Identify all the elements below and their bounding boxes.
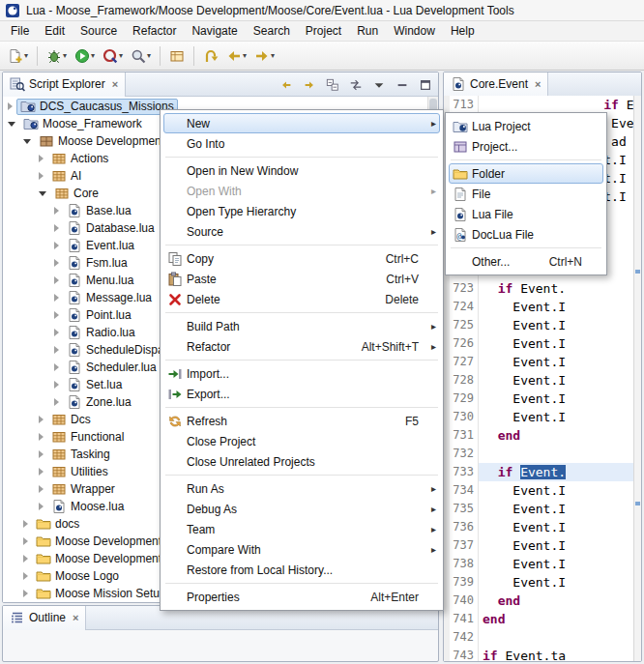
tab-outline[interactable]: Outline × [3, 606, 86, 630]
menubar-item-window[interactable]: Window [386, 22, 443, 40]
code-line-725[interactable]: 725 Event.I [444, 316, 633, 334]
dropdown-caret-icon[interactable]: ▾ [271, 51, 275, 60]
context-menu-item-open-type-hierarchy[interactable]: Open Type Hierarchy [163, 201, 440, 221]
code-text[interactable]: Event.I [479, 518, 633, 536]
expand-arrow-icon[interactable] [54, 294, 59, 302]
dropdown-caret-icon[interactable]: ▾ [119, 51, 123, 60]
code-line-723[interactable]: 723 if Event. [444, 279, 633, 298]
code-text[interactable]: Event.I [479, 408, 633, 426]
code-text[interactable]: Event.I [479, 371, 633, 390]
expand-arrow-icon[interactable] [39, 433, 44, 441]
tab-script-explorer[interactable]: Script Explorer × [3, 72, 126, 97]
code-text[interactable]: if Event. [479, 279, 633, 298]
code-text[interactable]: Event.I [479, 353, 633, 371]
expand-arrow-icon[interactable] [54, 311, 59, 319]
tree-item-content[interactable]: Tasking [47, 447, 114, 463]
tree-item-content[interactable]: Menu.lua [63, 273, 137, 289]
search-button[interactable]: ▾ [128, 45, 154, 67]
context-menu-item-paste[interactable]: PasteCtrl+V [163, 269, 440, 289]
context-menu-item-close-unrelated-projects[interactable]: Close Unrelated Projects [163, 451, 440, 472]
tree-item-content[interactable]: Utilities [47, 464, 112, 480]
editor-overview-ruler[interactable] [633, 96, 641, 661]
tree-item-content[interactable]: Event.lua [63, 238, 138, 254]
expand-arrow-icon[interactable] [54, 398, 59, 406]
submenu-item-lua-file[interactable]: Lua File [449, 204, 603, 224]
code-line-734[interactable]: 734 Event.I [444, 481, 633, 500]
menubar-item-run[interactable]: Run [349, 22, 386, 40]
tree-item-content[interactable]: Point.lua [63, 307, 135, 324]
close-icon[interactable]: × [112, 78, 118, 90]
context-menu-item-import[interactable]: Import... [163, 363, 440, 384]
menubar-item-source[interactable]: Source [73, 22, 125, 40]
code-text[interactable]: Event.I [479, 334, 633, 353]
expand-arrow-icon[interactable] [39, 155, 44, 162]
expand-arrow-icon[interactable] [39, 172, 44, 180]
context-menu-item-refresh[interactable]: RefreshF5 [163, 411, 440, 431]
minimize-button[interactable] [393, 75, 412, 95]
code-text[interactable]: Event.I [479, 536, 633, 555]
dropdown-caret-icon[interactable]: ▾ [91, 51, 95, 60]
submenu-item-lua-project[interactable]: Lua Project [449, 116, 603, 136]
collapse-arrow-icon[interactable] [39, 191, 46, 196]
tree-item-content[interactable]: Database.lua [63, 220, 159, 237]
run-button[interactable]: ▾ [72, 45, 98, 67]
code-text[interactable]: Event.I [479, 555, 633, 573]
menubar-item-navigate[interactable]: Navigate [184, 22, 245, 40]
code-text[interactable]: Event.I [479, 390, 633, 408]
expand-arrow-icon[interactable] [54, 207, 59, 215]
expand-arrow-icon[interactable] [39, 468, 44, 476]
context-menu-item-open-in-new-window[interactable]: Open in New Window [163, 160, 440, 181]
context-menu-item-refactor[interactable]: RefactorAlt+Shift+T▸ [163, 336, 440, 357]
code-line-737[interactable]: 737 Event.I [444, 536, 633, 555]
back-button[interactable]: ▾ [223, 45, 249, 67]
tree-item-content[interactable]: Moose Mission Setup [32, 586, 170, 602]
code-text[interactable]: Event.I [479, 316, 633, 334]
code-text[interactable]: if Event.ta [479, 647, 633, 662]
code-line-727[interactable]: 727 Event.I [444, 353, 633, 371]
expand-arrow-icon[interactable] [54, 329, 59, 336]
overview-marker[interactable] [635, 270, 640, 274]
expand-arrow-icon[interactable] [39, 485, 44, 493]
expand-arrow-icon[interactable] [54, 242, 59, 249]
code-line-741[interactable]: 741end [444, 610, 633, 628]
submenu-item-other[interactable]: Other...Ctrl+N [449, 251, 603, 272]
code-line-724[interactable]: 724 Event.I [444, 298, 633, 316]
expand-arrow-icon[interactable] [39, 450, 44, 458]
code-text[interactable]: Event.I [479, 500, 633, 518]
context-menu-item-export[interactable]: Export... [163, 384, 440, 404]
context-menu-item-restore-from-local-history[interactable]: Restore from Local History... [163, 560, 440, 580]
expand-arrow-icon[interactable] [8, 102, 13, 110]
code-line-729[interactable]: 729 Event.I [444, 390, 633, 408]
menubar-item-edit[interactable]: Edit [37, 22, 73, 40]
expand-arrow-icon[interactable] [39, 416, 44, 423]
code-text[interactable]: Event.I [479, 481, 633, 500]
tree-item-content[interactable]: Moose Development [32, 534, 165, 550]
tree-item-content[interactable]: Core [50, 186, 102, 202]
code-text[interactable]: end [479, 610, 633, 628]
context-menu-item-debug-as[interactable]: Debug As▸ [163, 499, 440, 519]
code-line-735[interactable]: 735 Event.I [444, 500, 633, 518]
tree-item-content[interactable]: Moose_Framework [19, 116, 146, 132]
menubar-item-file[interactable]: File [3, 22, 37, 40]
code-line-726[interactable]: 726 Event.I [444, 334, 633, 353]
view-menu-button[interactable] [369, 75, 389, 95]
context-menu-item-run-as[interactable]: Run As▸ [163, 478, 440, 499]
code-line-736[interactable]: 736 Event.I [444, 518, 633, 536]
forward-button[interactable]: ▾ [251, 45, 278, 67]
dropdown-caret-icon[interactable]: ▾ [63, 51, 67, 60]
tree-item-content[interactable]: Dcs [47, 412, 95, 428]
submenu-item-project[interactable]: Project... [449, 136, 603, 157]
tab-core-event[interactable]: Core.Event × [444, 72, 548, 97]
dropdown-caret-icon[interactable]: ▾ [24, 51, 28, 60]
submenu-item-folder[interactable]: Folder [449, 163, 603, 184]
menubar-item-refactor[interactable]: Refactor [125, 22, 184, 40]
code-text[interactable]: Event.I [479, 298, 633, 316]
last-edit-button[interactable] [200, 45, 221, 67]
context-menu-item-copy[interactable]: CopyCtrl+C [163, 248, 440, 269]
expand-arrow-icon[interactable] [54, 224, 59, 232]
context-menu-item-compare-with[interactable]: Compare With▸ [163, 539, 440, 560]
context-menu-item-close-project[interactable]: Close Project [163, 431, 440, 451]
tree-item-content[interactable]: Radio.lua [63, 325, 139, 341]
profile-button[interactable]: ▾ [100, 45, 126, 67]
tree-item-content[interactable]: Set.lua [63, 377, 126, 393]
